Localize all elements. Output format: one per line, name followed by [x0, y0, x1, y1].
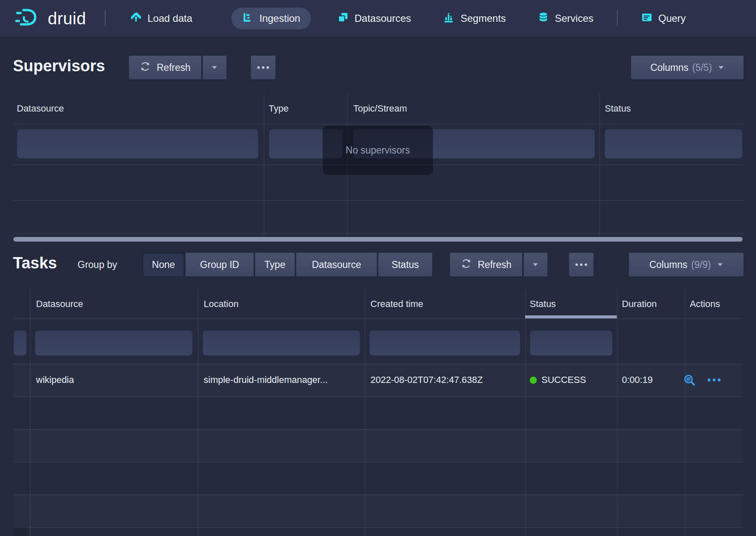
row-divider	[13, 200, 744, 201]
status-label: SUCCESS	[541, 375, 586, 385]
row-divider	[13, 124, 744, 125]
nav-label: Segments	[461, 13, 506, 24]
stacked-squares-icon	[337, 12, 349, 26]
tasks-header-location[interactable]: Location	[204, 289, 238, 318]
group-by-datasource-button[interactable]: Datasource	[296, 252, 377, 277]
row-more-icon[interactable]	[707, 378, 721, 382]
group-by-button-group: None Group ID Type Datasource Status	[142, 252, 432, 277]
group-by-none-button[interactable]: None	[142, 252, 184, 277]
nav-item-ingestion[interactable]: Ingestion	[231, 8, 311, 29]
group-by-group-id-button[interactable]: Group ID	[185, 252, 254, 277]
supervisors-title: Supervisors	[13, 57, 105, 75]
supervisors-refresh-menu-button[interactable]	[202, 55, 227, 80]
horizontal-scrollbar[interactable]	[13, 237, 743, 242]
columns-label: Columns	[650, 62, 689, 73]
more-icon	[257, 66, 269, 69]
row-divider	[13, 527, 743, 528]
task-actions-cell	[683, 364, 721, 396]
tasks-refresh-menu-button[interactable]	[523, 252, 548, 277]
supervisors-header-topic-stream[interactable]: Topic/Stream	[353, 93, 407, 124]
bar-chart-icon	[242, 12, 254, 26]
tasks-refresh-split-button: Refresh	[450, 252, 548, 277]
caret-down-icon	[717, 263, 723, 267]
task-status-cell: SUCCESS	[530, 364, 586, 396]
tasks-header-created-time[interactable]: Created time	[370, 289, 423, 318]
nav-label: Ingestion	[259, 13, 300, 24]
row-divider	[13, 429, 743, 430]
console-icon	[641, 12, 652, 26]
scrollbar-corner	[13, 527, 27, 536]
druid-console: druid Load data Ingestion	[0, 0, 756, 536]
column-divider	[198, 289, 199, 536]
druid-logo-icon	[15, 7, 43, 30]
tasks-title: Tasks	[13, 254, 57, 272]
grouped-bars-icon	[443, 12, 455, 26]
cloud-upload-icon	[130, 12, 142, 26]
row-stripe	[13, 429, 743, 462]
tasks-header-status[interactable]: Status	[530, 289, 556, 318]
task-datasource-cell: wikipedia	[36, 364, 74, 396]
columns-label: Columns	[649, 259, 687, 271]
group-by-type-button[interactable]: Type	[255, 252, 295, 277]
no-supervisors-message: No supervisors	[323, 126, 433, 175]
tasks-header-datasource[interactable]: Datasource	[36, 289, 83, 318]
row-divider	[13, 494, 743, 495]
task-duration-cell: 0:00:19	[622, 364, 652, 396]
row-divider	[13, 462, 743, 463]
nav-item-load-data[interactable]: Load data	[128, 8, 195, 29]
refresh-label: Refresh	[478, 259, 512, 271]
tasks-refresh-button[interactable]: Refresh	[450, 252, 523, 277]
caret-down-icon	[532, 263, 539, 267]
supervisors-header-datasource[interactable]: Datasource	[17, 93, 64, 124]
nav-divider	[617, 10, 618, 26]
status-dot-success	[530, 377, 537, 384]
tasks-columns-button[interactable]: Columns (9/9)	[629, 252, 744, 277]
tasks-status-filter-input[interactable]	[530, 330, 613, 356]
druid-logo[interactable]: druid	[15, 8, 86, 29]
logo-wordmark: druid	[48, 9, 86, 28]
nav-label: Load data	[148, 13, 192, 24]
supervisors-header-status[interactable]: Status	[605, 93, 631, 124]
supervisors-columns-button[interactable]: Columns (5/5)	[631, 55, 744, 80]
search-details-icon[interactable]	[683, 374, 696, 387]
nav-item-datasources[interactable]: Datasources	[335, 8, 414, 29]
supervisors-refresh-split-button: Refresh	[129, 55, 227, 80]
refresh-icon	[140, 61, 151, 75]
supervisors-status-filter-input[interactable]	[604, 128, 743, 159]
refresh-icon	[461, 258, 472, 272]
nav-item-segments[interactable]: Segments	[441, 8, 508, 29]
task-location-cell: simple-druid-middlemanager...	[204, 364, 328, 396]
columns-count: (9/9)	[691, 259, 711, 271]
tasks-location-filter-input[interactable]	[202, 330, 360, 356]
nav-label: Datasources	[355, 13, 411, 24]
tasks-created-time-filter-input[interactable]	[369, 330, 520, 356]
navbar: druid Load data Ingestion	[0, 0, 756, 37]
refresh-label: Refresh	[157, 62, 191, 73]
nav-label: Services	[555, 13, 593, 24]
status-sort-indicator	[525, 315, 617, 318]
row-divider	[13, 233, 744, 234]
tasks-more-button[interactable]	[569, 252, 594, 277]
columns-count: (5/5)	[692, 62, 712, 73]
row-divider	[13, 396, 743, 397]
nav-label: Query	[658, 13, 686, 24]
tasks-datasource-filter-input[interactable]	[35, 330, 193, 356]
nav-divider	[105, 10, 106, 26]
supervisors-more-button[interactable]	[251, 55, 276, 80]
supervisors-datasource-filter-input[interactable]	[17, 128, 259, 159]
tasks-table: Datasource Location Created time Status …	[13, 289, 743, 536]
task-created-time-cell: 2022-08-02T07:42:47.638Z	[370, 364, 483, 396]
tasks-first-column-filter-input[interactable]	[13, 330, 27, 356]
tasks-header-duration[interactable]: Duration	[622, 289, 657, 318]
group-by-status-button[interactable]: Status	[378, 252, 432, 277]
supervisors-header-type[interactable]: Type	[269, 93, 289, 124]
row-stripe	[13, 494, 743, 527]
column-divider	[525, 289, 526, 536]
database-icon	[538, 12, 549, 26]
nav-item-query[interactable]: Query	[639, 8, 688, 29]
column-divider	[617, 289, 618, 536]
tasks-header-actions[interactable]: Actions	[690, 289, 720, 318]
supervisors-refresh-button[interactable]: Refresh	[129, 55, 202, 80]
nav-item-services[interactable]: Services	[535, 8, 596, 29]
column-divider	[365, 289, 365, 536]
